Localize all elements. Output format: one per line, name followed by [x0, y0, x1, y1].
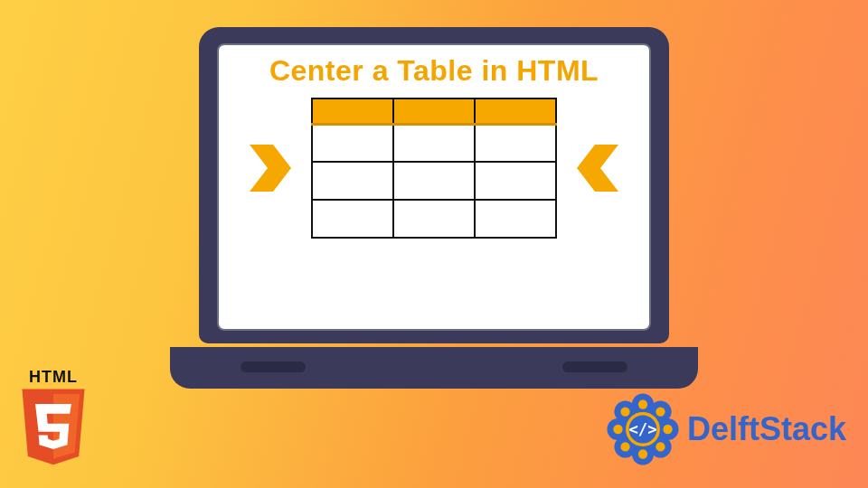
- delftstack-emblem-icon: </>: [604, 390, 682, 468]
- svg-marker-1: [577, 145, 618, 192]
- delftstack-text: DelftStack: [687, 410, 846, 448]
- svg-point-4: [638, 399, 647, 408]
- table-header: [475, 99, 556, 124]
- table-row: [312, 200, 556, 238]
- svg-marker-0: [250, 145, 291, 192]
- chevron-left-icon: [577, 145, 618, 192]
- table-header: [312, 99, 393, 124]
- page-title: Center a Table in HTML: [269, 52, 599, 89]
- table-header: [393, 99, 475, 124]
- content-row: [250, 98, 618, 239]
- vent-icon: [241, 361, 306, 372]
- laptop-illustration: Center a Table in HTML: [199, 27, 669, 389]
- html5-badge: HTML: [13, 368, 94, 475]
- svg-text:</>: </>: [628, 420, 656, 438]
- screen: Center a Table in HTML: [217, 43, 651, 331]
- screen-bezel: Center a Table in HTML: [199, 27, 669, 343]
- html5-label: HTML: [13, 368, 94, 387]
- table-row: [312, 124, 556, 162]
- table-row: [312, 162, 556, 200]
- laptop-base: [170, 347, 698, 389]
- example-table: [311, 98, 557, 239]
- delftstack-logo: </> DelftStack: [604, 390, 846, 468]
- vent-icon: [562, 361, 627, 372]
- html5-shield-icon: [17, 389, 90, 472]
- chevron-right-icon: [250, 145, 291, 192]
